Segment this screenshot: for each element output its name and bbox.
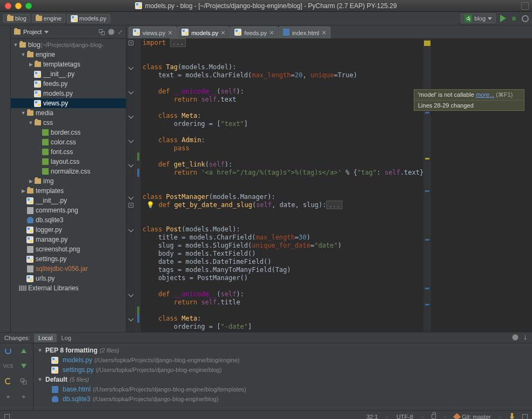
- breadcrumb-item[interactable]: engine: [32, 14, 65, 23]
- gutter-fold[interactable]: ++: [126, 39, 136, 332]
- editor-tab[interactable]: index.html: [279, 26, 331, 38]
- expand-button[interactable]: »: [2, 391, 14, 402]
- tree-row[interactable]: ▼engine: [11, 50, 126, 59]
- memory-indicator-icon[interactable]: [522, 414, 528, 420]
- changes-tree[interactable]: ▼PEP 8 formatting (2 files)models.py (/U…: [33, 343, 532, 410]
- tree-row[interactable]: ▼blog (~/Projects/django-blog-: [11, 40, 126, 50]
- tree-row[interactable]: __init__.py: [11, 69, 126, 79]
- tree-row[interactable]: ▼css: [11, 118, 126, 128]
- tree-row[interactable]: ▶img: [11, 176, 126, 186]
- git-branch[interactable]: Git: master: [454, 414, 491, 420]
- tree-row[interactable]: db.sqlite3: [11, 215, 126, 225]
- tree-row[interactable]: views.py: [11, 98, 126, 108]
- tree-toggle-icon[interactable]: ▼: [28, 120, 33, 125]
- py-icon: [33, 80, 42, 88]
- diff-button[interactable]: [18, 376, 30, 387]
- change-marker[interactable]: [425, 112, 429, 114]
- file-encoding[interactable]: UTF-8: [396, 414, 413, 420]
- tool-windows-toggle-icon[interactable]: [4, 414, 10, 420]
- tree-row[interactable]: font.css: [11, 147, 126, 157]
- tree-toggle-icon[interactable]: ▼: [13, 42, 18, 48]
- close-icon[interactable]: [270, 31, 274, 35]
- commit-button[interactable]: [18, 345, 30, 356]
- refresh-button[interactable]: [2, 345, 14, 356]
- changes-file[interactable]: base.html (/Users/topka/Projects/django-…: [33, 384, 532, 394]
- breadcrumb-item[interactable]: blog: [3, 14, 30, 23]
- tree-row[interactable]: manage.py: [11, 235, 126, 244]
- changes-file[interactable]: settings.py (/Users/topka/Projects/djang…: [33, 365, 532, 375]
- editor-tab[interactable]: views.py: [129, 26, 177, 38]
- tree-toggle-icon[interactable]: ▶: [28, 178, 33, 184]
- tree-row[interactable]: color.css: [11, 137, 126, 147]
- changes-tab-log[interactable]: Log: [57, 334, 75, 342]
- tree-row[interactable]: ▶templates: [11, 186, 126, 196]
- tree-label: logger.py: [36, 226, 62, 234]
- changes-file[interactable]: db.sqlite3 (/Users/topka/Projects/django…: [33, 394, 532, 404]
- project-tree[interactable]: ▼blog (~/Projects/django-blog-▼engine▶te…: [11, 39, 126, 332]
- hide-icon[interactable]: ⤓: [523, 334, 528, 341]
- tree-row[interactable]: screenshot.png: [11, 244, 126, 254]
- window-expand-icon[interactable]: [521, 2, 529, 10]
- editor-tab[interactable]: models.py: [177, 26, 230, 38]
- tree-row[interactable]: ▶templatetags: [11, 59, 126, 69]
- tree-row[interactable]: External Libraries: [11, 283, 126, 293]
- tree-toggle-icon[interactable]: ▼: [21, 52, 26, 57]
- change-marker[interactable]: [425, 239, 429, 241]
- close-icon[interactable]: [322, 31, 326, 35]
- tree-row[interactable]: __init__.py: [11, 196, 126, 205]
- run-configuration-selector[interactable]: dj blog: [461, 14, 496, 23]
- tree-row[interactable]: feeds.py: [11, 79, 126, 89]
- hector-icon[interactable]: [509, 413, 515, 420]
- code-editor[interactable]: import ... class Tag(models.Model): text…: [140, 39, 423, 332]
- autoscroll-icon[interactable]: [99, 29, 105, 35]
- window-minimize-button[interactable]: [15, 3, 22, 9]
- tree-row[interactable]: urls.py: [11, 274, 126, 283]
- debug-button[interactable]: [510, 15, 517, 22]
- tree-row[interactable]: comments.png: [11, 205, 126, 215]
- tree-row[interactable]: layout.css: [11, 157, 126, 167]
- breadcrumb-item[interactable]: models.py: [67, 14, 110, 23]
- tree-row[interactable]: settings.py: [11, 254, 126, 264]
- tree-toggle-icon[interactable]: ▶: [21, 188, 26, 194]
- changes-file[interactable]: models.py (/Users/topka/Projects/django-…: [33, 355, 532, 365]
- run-button[interactable]: [500, 15, 506, 22]
- lock-icon[interactable]: [432, 414, 436, 419]
- warning-marker[interactable]: [425, 158, 429, 159]
- tooltip-more-link[interactable]: more...: [476, 91, 494, 98]
- cursor-position[interactable]: 32:1: [366, 414, 378, 420]
- changes-file-name: db.sqlite3: [63, 395, 90, 403]
- update-button[interactable]: [18, 361, 30, 371]
- editor-tab[interactable]: feeds.py: [230, 26, 278, 38]
- changes-group[interactable]: ▼PEP 8 formatting (2 files): [33, 345, 532, 355]
- tree-row[interactable]: border.css: [11, 128, 126, 137]
- vcs-label: VCS: [2, 361, 14, 371]
- change-marker[interactable]: [425, 304, 429, 305]
- error-stripe[interactable]: [423, 39, 431, 332]
- changes-group[interactable]: ▼Default (5 files): [33, 375, 532, 384]
- change-marker[interactable]: [425, 190, 429, 192]
- tree-toggle-icon[interactable]: ▼: [21, 110, 26, 116]
- python-file-icon: [135, 2, 142, 9]
- gear-icon[interactable]: [512, 334, 518, 341]
- hide-button[interactable]: ⤢: [118, 29, 123, 36]
- close-icon[interactable]: [221, 31, 225, 35]
- tree-toggle-icon[interactable]: ▶: [28, 62, 33, 67]
- tree-row[interactable]: models.py: [11, 89, 126, 98]
- close-icon[interactable]: [168, 31, 172, 35]
- inspection-indicator-icon[interactable]: [424, 41, 430, 46]
- gutter-change[interactable]: [136, 39, 140, 332]
- search-button[interactable]: [522, 15, 529, 22]
- changes-tab-local[interactable]: Local: [34, 334, 57, 342]
- collapse-button[interactable]: »: [18, 391, 30, 402]
- tree-row[interactable]: ▼media: [11, 108, 126, 118]
- tree-label: models.py: [43, 90, 73, 97]
- window-maximize-button[interactable]: [25, 3, 32, 9]
- tree-row[interactable]: normalize.css: [11, 167, 126, 176]
- chevron-down-icon[interactable]: [44, 31, 49, 34]
- gear-icon[interactable]: [108, 29, 115, 35]
- tree-row[interactable]: logger.py: [11, 225, 126, 235]
- revert-button[interactable]: [2, 376, 14, 387]
- change-marker[interactable]: [425, 288, 429, 289]
- tree-row[interactable]: sqlitejdbc-v056.jar: [11, 264, 126, 274]
- window-close-button[interactable]: [5, 3, 11, 9]
